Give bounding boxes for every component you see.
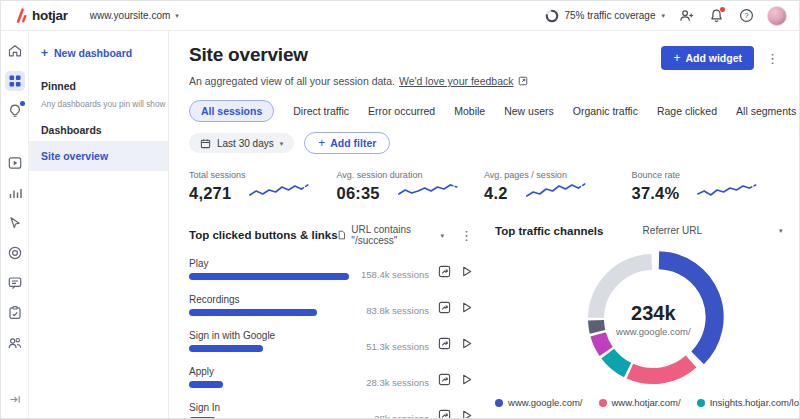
segment-tab-rage-clicked[interactable]: Rage clicked bbox=[657, 105, 717, 117]
open-heatmap-button[interactable] bbox=[438, 372, 451, 390]
stat-avg-session-duration: Avg. session duration 06:35 bbox=[337, 170, 485, 204]
subtitle-text: An aggregated view of all your session d… bbox=[189, 75, 395, 87]
bar-label: Recordings bbox=[189, 294, 349, 305]
url-filter-label: URL contains "/success" bbox=[351, 224, 434, 246]
widget-title: Top traffic channels bbox=[495, 225, 603, 237]
referrer-label: Referrer URL bbox=[643, 225, 702, 236]
play-recordings-button[interactable] bbox=[460, 336, 473, 354]
bar-track bbox=[189, 309, 349, 316]
plus-icon: + bbox=[318, 137, 325, 149]
all-segments-dropdown[interactable]: All segments 11 ▾ bbox=[736, 105, 800, 117]
interviews-icon bbox=[7, 335, 23, 351]
collapse-sidebar-button[interactable] bbox=[8, 392, 21, 410]
rail-item-feedback[interactable] bbox=[5, 273, 25, 293]
stat-value: 06:35 bbox=[337, 184, 380, 203]
clicked-bar-list: Play 158.4k sessions Recordings 83.8k se… bbox=[189, 258, 473, 419]
open-heatmap-icon bbox=[438, 265, 451, 278]
title-row: Site overview + Add widget ⋮ bbox=[189, 44, 779, 70]
site-selector[interactable]: www.yoursite.com ▾ bbox=[90, 10, 179, 21]
donut-segment-5[interactable] bbox=[596, 262, 652, 318]
sidebar-item-site-overview[interactable]: Site overview bbox=[29, 141, 168, 171]
bar-sessions-value: 28k sessions bbox=[349, 413, 429, 419]
stat-value: 4.2 bbox=[484, 184, 508, 203]
rail-item-home[interactable] bbox=[5, 41, 25, 61]
rail-item-heatmaps[interactable] bbox=[5, 213, 25, 233]
rail-item-insights[interactable] bbox=[5, 101, 25, 121]
filter-row: Last 30 days ▾ + Add filter bbox=[189, 132, 779, 154]
stat-line: 4.2 bbox=[484, 182, 632, 204]
hotjar-logo[interactable]: hotjar bbox=[13, 8, 68, 23]
open-heatmap-icon bbox=[438, 301, 451, 314]
bar-label: Sign in with Google bbox=[189, 330, 349, 341]
heatmaps-icon bbox=[7, 215, 23, 231]
segment-tab-error-occurred[interactable]: Error occurred bbox=[368, 105, 435, 117]
bar-row-apply: Apply 28.3k sessions bbox=[189, 366, 473, 388]
play-recordings-button[interactable] bbox=[460, 372, 473, 390]
rail-item-recordings[interactable] bbox=[5, 153, 25, 173]
segment-tab-direct-traffic[interactable]: Direct traffic bbox=[293, 105, 349, 117]
progress-ring-icon bbox=[545, 9, 559, 23]
traffic-coverage-control[interactable]: 75% traffic coverage ▾ bbox=[545, 9, 666, 23]
feedback-link[interactable]: We'd love your feedback bbox=[399, 75, 513, 87]
widget-kebab-menu[interactable]: ⋮ bbox=[460, 229, 473, 242]
legend-item-1[interactable]: www.hotjar.com/ bbox=[599, 397, 681, 408]
legend-item-0[interactable]: www.google.com/ bbox=[495, 397, 582, 408]
segment-tab-all-sessions[interactable]: All sessions bbox=[189, 100, 274, 122]
play-recordings-button[interactable] bbox=[460, 264, 473, 282]
hotjar-app-window: hotjar www.yoursite.com ▾ 75% traffic co… bbox=[0, 0, 800, 419]
add-filter-button[interactable]: + Add filter bbox=[304, 132, 390, 154]
play-recordings-button[interactable] bbox=[460, 300, 473, 318]
bar-sessions-value: 51.3k sessions bbox=[349, 341, 429, 352]
donut-chart: 234k www.google.com/ bbox=[495, 241, 800, 393]
rail-item-dashboards[interactable] bbox=[5, 71, 25, 91]
bar-track bbox=[189, 345, 349, 352]
donut-chart-svg[interactable] bbox=[548, 241, 758, 393]
surveys-icon bbox=[7, 305, 23, 321]
stat-sparkline bbox=[526, 182, 586, 204]
user-avatar[interactable] bbox=[767, 6, 787, 26]
rail-item-trends[interactable] bbox=[5, 183, 25, 203]
rail-item-interviews[interactable] bbox=[5, 333, 25, 353]
legend-item-2[interactable]: Insights.hotjar.com/login bbox=[697, 397, 800, 408]
play-recordings-icon bbox=[460, 265, 473, 278]
segment-tab-mobile[interactable]: Mobile bbox=[454, 105, 485, 117]
page-title: Site overview bbox=[189, 44, 308, 66]
open-heatmap-button[interactable] bbox=[438, 408, 451, 419]
new-dashboard-button[interactable]: + New dashboard bbox=[29, 41, 168, 65]
sparkline-chart bbox=[249, 182, 309, 200]
invite-user-button[interactable] bbox=[677, 7, 695, 25]
open-heatmap-button[interactable] bbox=[438, 336, 451, 354]
donut-segment-2[interactable] bbox=[608, 354, 628, 370]
bar-group: Recordings bbox=[189, 294, 349, 316]
referrer-dropdown[interactable]: Referrer URL ▾ bbox=[643, 225, 783, 236]
person-add-icon bbox=[679, 8, 694, 23]
donut-segment-1[interactable] bbox=[630, 361, 691, 376]
bar-sessions-value: 83.8k sessions bbox=[349, 305, 429, 316]
play-recordings-icon bbox=[460, 337, 473, 350]
site-selector-value: www.yoursite.com bbox=[90, 10, 171, 21]
pinned-section-header: Pinned bbox=[29, 65, 168, 97]
page-kebab-menu[interactable]: ⋮ bbox=[766, 52, 779, 65]
bar-group: Apply bbox=[189, 366, 349, 388]
sparkline-chart bbox=[697, 182, 757, 200]
segment-tab-organic-traffic[interactable]: Organic traffic bbox=[573, 105, 638, 117]
donut-segment-3[interactable] bbox=[598, 334, 606, 351]
main-content: Site overview + Add widget ⋮ An aggregat… bbox=[169, 31, 799, 418]
rail-item-surveys[interactable] bbox=[5, 303, 25, 323]
url-filter-dropdown[interactable]: URL contains "/success" ▾ bbox=[338, 224, 444, 246]
help-button[interactable]: ? bbox=[737, 7, 755, 25]
stat-label: Avg. session duration bbox=[337, 170, 485, 180]
page-subtitle: An aggregated view of all your session d… bbox=[189, 75, 779, 87]
donut-segment-4[interactable] bbox=[596, 320, 597, 332]
open-heatmap-button[interactable] bbox=[438, 264, 451, 282]
open-heatmap-icon bbox=[438, 373, 451, 386]
donut-segment-0[interactable] bbox=[659, 260, 715, 358]
add-widget-button[interactable]: + Add widget bbox=[661, 46, 754, 70]
date-range-dropdown[interactable]: Last 30 days ▾ bbox=[189, 133, 294, 153]
segment-tab-new-users[interactable]: New users bbox=[504, 105, 554, 117]
notifications-button[interactable] bbox=[707, 7, 725, 25]
open-heatmap-button[interactable] bbox=[438, 300, 451, 318]
pinned-empty-hint: Any dashboards you pin will show here bbox=[29, 97, 168, 109]
play-recordings-button[interactable] bbox=[460, 408, 473, 419]
rail-item-goals[interactable] bbox=[5, 243, 25, 263]
